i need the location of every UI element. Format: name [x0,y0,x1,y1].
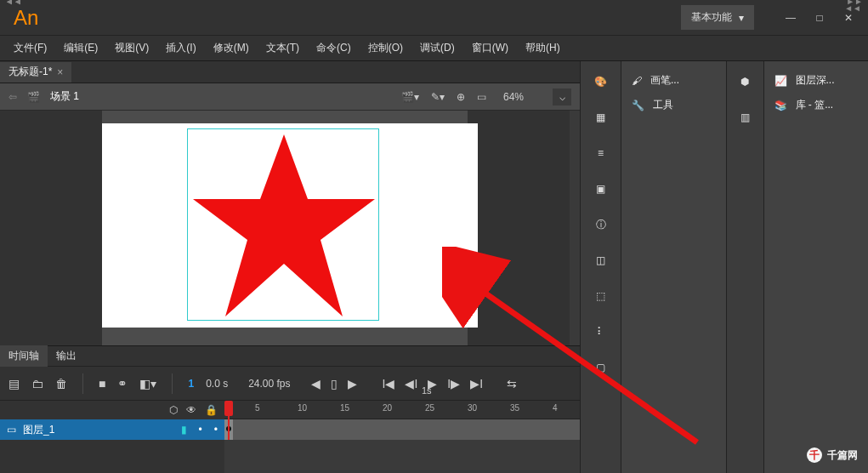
menu-commands[interactable]: 命令(C) [309,37,358,59]
next-frame-icon[interactable]: I▶ [447,377,460,390]
panel-label: 图层深... [796,73,835,88]
books-icon[interactable]: ▥ [735,107,755,128]
new-folder-icon[interactable]: 🗀 [31,377,43,390]
frame-ruler[interactable]: 1s 5 10 15 20 25 30 35 4 [224,401,580,419]
new-layer-icon[interactable]: ▤ [9,377,20,390]
keyframe[interactable] [226,426,231,431]
zoom-value[interactable]: 64% [498,89,541,105]
marquee-icon[interactable]: ⬚ [591,286,611,306]
step-back-icon[interactable]: ◀ [311,377,321,390]
close-tab-icon[interactable]: × [57,66,63,78]
cube-icon[interactable]: ⬢ [735,71,755,92]
maximize-button[interactable]: □ [807,8,832,28]
menu-edit[interactable]: 编辑(E) [57,37,105,59]
info-icon[interactable]: ⓘ [591,214,611,235]
tab-output[interactable]: 输出 [48,345,85,367]
goto-first-icon[interactable]: I◀ [383,377,395,390]
books-icon: 📚 [774,100,787,111]
second-marker: 1s [422,385,432,396]
zoom-dropdown[interactable]: ⌵ [553,88,571,105]
chevron-down-icon: ▾ [739,12,744,24]
menu-control[interactable]: 控制(O) [361,37,410,59]
svg-marker-0 [193,134,375,316]
workspace-dropdown[interactable]: 基本功能 ▾ [681,5,754,30]
back-icon[interactable]: ⇦ [9,91,17,103]
vertical-scrollbar[interactable] [570,111,580,345]
panel-tools[interactable]: 🔧 工具 [628,93,719,117]
library-icon[interactable]: ▢ [591,357,611,378]
menu-debug[interactable]: 调试(D) [413,37,462,59]
goto-last-icon[interactable]: ▶I [470,377,483,390]
menu-help[interactable]: 帮助(H) [519,37,567,59]
panel-column-1: ◄◄ 🖌 画笔... 🔧 工具 [621,61,726,473]
menu-modify[interactable]: 修改(M) [207,37,256,59]
clapper-icon[interactable]: 🎬▾ [401,91,419,103]
frame-row[interactable] [224,419,580,440]
panel-label: 画笔... [650,73,679,88]
wrench-icon: 🔧 [632,100,644,111]
document-tab[interactable]: 无标题-1* × [0,62,71,83]
panel-label: 库 - 篮... [796,98,834,112]
layer-parent-icon[interactable]: ⚭ [117,377,128,390]
tab-timeline[interactable]: 时间轴 [0,345,48,367]
pasteboard-left [0,111,102,345]
prev-frame-icon[interactable]: ◀I [405,377,417,390]
align-icon[interactable]: ≡ [591,143,611,163]
panel-library[interactable]: 📚 库 - 篮... [771,93,862,117]
watermark-badge: 千 [807,447,822,463]
document-tab-bar: ◄◄ 无标题-1* × [0,61,580,83]
timeline-menu-icon[interactable]: ⇆ [507,377,517,390]
layer-row[interactable]: ▭ 图层_1 ▮ • • [0,419,224,440]
panel-brush[interactable]: 🖌 画笔... [628,68,719,93]
watermark-text: 千篇网 [827,448,858,463]
scene-bar: ⇦ 🎬 场景 1 🎬▾ ✎▾ ⊕ ▭ 64% ⌵ [0,83,580,111]
brush-icon: 🖌 [632,75,642,87]
menu-window[interactable]: 窗口(W) [465,37,515,59]
frame-panel[interactable]: 1s 5 10 15 20 25 30 35 4 [224,401,580,473]
stage-area[interactable] [0,111,580,345]
minimize-button[interactable]: ― [778,8,803,28]
star-shape[interactable] [188,129,380,322]
scene-label: 场景 1 [50,89,79,104]
panel-label: 工具 [653,98,673,112]
collapse-icon[interactable]: ►► [846,0,863,6]
menu-file[interactable]: 文件(F) [7,37,54,59]
pasteboard-right [468,111,570,345]
onion-skin-icon[interactable]: ◧▾ [139,377,156,390]
current-frame[interactable]: 1 [188,378,194,390]
menu-text[interactable]: 文本(T) [259,37,306,59]
panel-column-2: ►► 📈 图层深... 📚 库 - 篮... [763,61,869,473]
delete-layer-icon[interactable]: 🗑 [55,377,67,390]
stage[interactable] [102,123,478,328]
palette-icon[interactable]: 🎨 [591,71,611,92]
selection-box[interactable] [187,128,379,321]
fps-value[interactable]: 24.00 fps [248,378,290,390]
lock-col-icon[interactable]: 🔒 [205,404,218,416]
collapse-icon[interactable]: ◄◄ [5,0,22,6]
swatches-icon[interactable]: ▦ [591,107,611,128]
chart-icon: 📈 [774,75,787,87]
layer-icon: ▭ [7,424,16,436]
document-tab-label: 无标题-1* [9,65,52,79]
camera-icon[interactable]: ■ [99,377,105,390]
step-fwd-icon[interactable]: ▶ [348,377,357,390]
timeline-panel: 时间轴 输出 ▤ 🗀 🗑 ■ ⚭ ◧▾ 1 0.0 s 24.00 fps ◀ … [0,345,580,473]
center-stage-icon[interactable]: ⊕ [457,91,465,103]
right-dock: ◄◄ 🎨 ▦ ≡ ▣ ⓘ ◫ ⬚ ⠇ ▢ ◄◄ 🖌 画笔... 🔧 工具 ⬢ ▥ [580,61,868,473]
bounds-icon[interactable]: ◫ [591,250,611,271]
transform-icon[interactable]: ▣ [591,179,611,199]
menubar: 文件(F) 编辑(E) 视图(V) 插入(I) 修改(M) 文本(T) 命令(C… [0,36,868,61]
clip-icon[interactable]: ▭ [477,91,486,103]
menu-insert[interactable]: 插入(I) [159,37,202,59]
visibility-col-icon[interactable]: 👁 [186,404,196,416]
panel-layer-depth[interactable]: 📈 图层深... [771,68,862,93]
watermark: 千 千篇网 [807,447,858,463]
symbol-edit-icon[interactable]: ✎▾ [431,91,445,103]
titlebar: An 基本功能 ▾ ― □ ✕ [0,0,868,36]
highlight-col-icon[interactable]: ⬡ [169,404,178,416]
elapsed-time: 0.0 s [206,378,228,390]
tool-icon-column: ◄◄ 🎨 ▦ ≡ ▣ ⓘ ◫ ⬚ ⠇ ▢ [580,61,621,473]
menu-view[interactable]: 视图(V) [108,37,156,59]
effects-icon[interactable]: ⠇ [591,322,611,342]
loop-icon[interactable]: ▯ [331,377,338,390]
